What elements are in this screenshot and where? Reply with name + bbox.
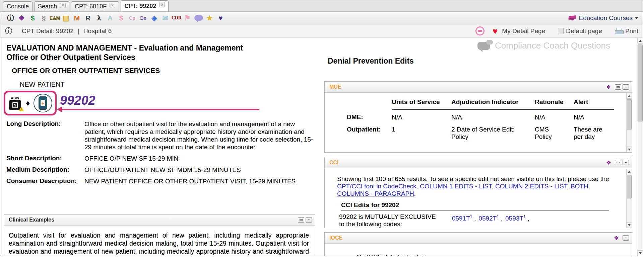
- code-icons-highlight-box: ABW $ ! ♦ +: [4, 91, 57, 115]
- my-detail-page-label: My Detail Page: [502, 27, 545, 35]
- tab-search[interactable]: Search ×: [34, 1, 69, 11]
- abw-icon[interactable]: ABW $ !: [8, 96, 22, 110]
- description-value: NEW PATIENT OFFICE OR OTHER OUTPATIENT V…: [84, 177, 316, 185]
- collapse-icon[interactable]: −: [306, 217, 312, 223]
- page-title: EVALUATION AND MANAGEMENT - Evaluation a…: [6, 43, 243, 62]
- tab-console[interactable]: Console: [3, 1, 33, 11]
- close-icon[interactable]: ×: [159, 2, 165, 7]
- column1-edits-link[interactable]: COLUMN 1 EDITS - LIST: [420, 183, 492, 190]
- scroll-thumb[interactable]: [627, 99, 632, 130]
- flag-icon[interactable]: ⚑: [182, 14, 193, 22]
- code-link-0593t[interactable]: 0593T1: [505, 215, 526, 222]
- scroll-thumb[interactable]: [627, 175, 632, 198]
- education-courses-label: Education Courses: [579, 14, 633, 22]
- column-header: Alert: [574, 98, 614, 109]
- cci-edits-title: CCI Edits for 99202: [341, 201, 609, 210]
- cell: N/A: [535, 109, 574, 122]
- my-codes-icon[interactable]: ♥: [215, 14, 226, 22]
- rvu-icon[interactable]: R: [82, 14, 93, 22]
- description-row-medium: Medium Description: OFFICE/OUTPATIENT NE…: [6, 166, 316, 174]
- description-label: Consumer Description:: [6, 177, 84, 185]
- scroll-up-button[interactable]: [627, 169, 632, 174]
- cci-scrollbar[interactable]: [626, 169, 632, 228]
- anesthesia-icon[interactable]: A: [105, 14, 116, 22]
- info-icon[interactable]: ⓘ: [5, 26, 12, 36]
- cdr-icon[interactable]: CDR: [171, 14, 182, 22]
- collapse-icon[interactable]: −: [623, 84, 629, 90]
- cpt-assistant-icon[interactable]: Cp: [127, 14, 138, 22]
- detail-title: CPT Detail: 99202: [22, 27, 74, 35]
- fee-edit-icon[interactable]: $: [116, 14, 127, 22]
- collapse-icon[interactable]: −: [623, 235, 629, 241]
- em-calculator-icon[interactable]: E&M: [49, 14, 60, 22]
- info-icon[interactable]: ⓘ: [5, 14, 16, 22]
- page-icon: [558, 28, 564, 34]
- puzzle-icon[interactable]: ❖: [614, 235, 619, 242]
- tab-label: CPT: 99202: [124, 3, 156, 10]
- mue-panel: MUE ❖ ▭ − Units of Service Adjudication …: [324, 81, 632, 153]
- mue-table: Units of Service Adjudication Indicator …: [347, 98, 614, 141]
- print-button[interactable]: Print: [615, 27, 638, 35]
- cell: These are per day: [574, 122, 614, 141]
- scroll-thumb[interactable]: [638, 45, 643, 121]
- tab-cpt-6010f[interactable]: CPT: 6010F ×: [71, 1, 119, 11]
- education-courses-menu[interactable]: Education Courses: [568, 14, 638, 22]
- restore-icon[interactable]: ▭: [615, 160, 621, 165]
- tab-label: Search: [38, 3, 57, 10]
- fee-schedule-icon[interactable]: $: [27, 14, 38, 22]
- minus-circle-icon[interactable]: [475, 26, 485, 35]
- telehealth-icon[interactable]: +: [34, 94, 52, 112]
- panel-title: IOCE: [328, 235, 614, 241]
- cci-intro-text: Showing first 100 of 655 results. To see…: [337, 175, 609, 182]
- restore-icon[interactable]: ▭: [298, 217, 304, 223]
- default-page-button[interactable]: Default page: [558, 27, 602, 35]
- restore-icon[interactable]: ▭: [615, 84, 621, 90]
- close-icon[interactable]: ×: [110, 3, 115, 8]
- scroll-down-button[interactable]: [627, 222, 632, 228]
- collapse-icon[interactable]: −: [623, 160, 629, 165]
- cpt-code: 99202: [60, 93, 95, 108]
- compliance-coach-label: Compliance Coach Questions: [495, 40, 610, 51]
- global-days-icon[interactable]: λ: [93, 14, 105, 22]
- scroll-down-button[interactable]: [627, 147, 632, 152]
- close-icon[interactable]: ×: [60, 3, 66, 8]
- code-link-0592t[interactable]: 0592T1: [478, 215, 499, 222]
- puzzle-icon[interactable]: ❖: [16, 14, 27, 22]
- scroll-down-button[interactable]: [637, 250, 643, 256]
- panel-title: MUE: [328, 84, 606, 90]
- puzzle-icon[interactable]: ❖: [606, 84, 611, 91]
- annotation-arrow: [62, 109, 259, 110]
- cpt-cci-tool-link[interactable]: CPT/CCI tool in CodeCheck: [337, 183, 416, 190]
- tab-label: CPT: 6010F: [75, 3, 107, 10]
- tab-cpt-99202[interactable]: CPT: 99202 ×: [121, 0, 169, 11]
- compliance-coach-questions[interactable]: Compliance Coach Questions: [477, 40, 610, 51]
- column2-edits-link[interactable]: COLUMN 2 EDITS - LIST: [495, 183, 567, 190]
- my-detail-page-button[interactable]: ♥ My Detail Page: [493, 27, 545, 35]
- description-value: OFFICE/OUTPATIENT NEW SF MDM 15-29 MINUT…: [84, 166, 316, 174]
- detail-header-bar: ⓘ CPT Detail: 99202 | Hospital 6 ♥ My De…: [0, 24, 643, 38]
- code-link-0591t[interactable]: 0591T1: [452, 215, 472, 222]
- cell: N/A: [574, 109, 614, 122]
- ioce-empty-message: No IOCE data to display: [325, 244, 632, 256]
- default-page-label: Default page: [566, 27, 602, 35]
- email-icon[interactable]: ✉: [160, 14, 171, 22]
- tab-bar: Console Search × CPT: 6010F × CPT: 99202…: [0, 0, 643, 12]
- scroll-up-button[interactable]: [627, 93, 632, 99]
- lock-icon[interactable]: §: [38, 14, 49, 22]
- mue-scrollbar[interactable]: [626, 93, 632, 152]
- star-icon[interactable]: ★: [204, 14, 215, 22]
- section-title: OFFICE OR OTHER OUTPATIENT SERVICES: [12, 67, 160, 75]
- panel-title: CCI: [328, 160, 606, 166]
- panel-title: Clinical Examples: [7, 217, 297, 223]
- clinical-examples-panel: Clinical Examples ▭ − Outpatient visit f…: [4, 214, 315, 256]
- codebooks-icon[interactable]: ▤: [60, 14, 71, 22]
- puzzle-icon[interactable]: ❖: [606, 159, 611, 166]
- medicare-icon[interactable]: M: [71, 14, 82, 22]
- page-scrollbar[interactable]: [637, 38, 643, 256]
- codecheck-icon[interactable]: ◈: [149, 14, 160, 22]
- print-label: Print: [625, 27, 638, 35]
- dx-icon[interactable]: Dx: [138, 14, 149, 22]
- comment-icon[interactable]: [193, 14, 204, 22]
- clinical-examples-text: Outpatient visit for evaluation and mana…: [4, 226, 315, 256]
- scroll-up-button[interactable]: [637, 38, 643, 44]
